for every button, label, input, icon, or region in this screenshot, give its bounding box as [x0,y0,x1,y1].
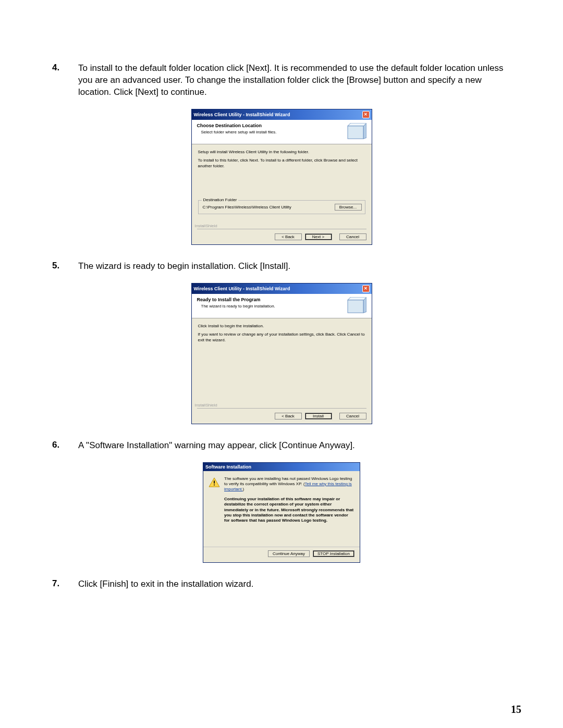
wizard-header: Choose Destination Location Select folde… [192,120,372,144]
back-button[interactable]: < Back [275,413,302,419]
figure-warning-window: Software Installation The software you a… [52,462,511,563]
step-7: 7. Click [Finish] to exit in the install… [52,578,511,590]
step-5: 5. The wizard is ready to begin installa… [52,261,511,273]
figure-destination-window: Wireless Client Utility - InstallShield … [52,109,511,245]
body-line1: Click Install to begin the installation. [198,324,365,329]
warning-body: The software you are installing has not … [203,471,360,531]
warning-footer: Continue Anyway STOP Installation [203,547,360,562]
box-icon [347,123,366,141]
next-button[interactable]: Next > [305,233,332,240]
installshield-ready-window: Wireless Client Utility - InstallShield … [191,283,372,424]
install-button[interactable]: Install [305,413,332,419]
cancel-button[interactable]: Cancel [339,233,366,240]
svg-rect-2 [214,480,215,483]
installshield-brand: InstallShield [194,224,218,228]
body-line1: Setup will install Wireless Client Utili… [198,150,365,155]
svg-rect-0 [348,126,363,139]
svg-rect-1 [348,300,363,313]
wizard-footer: InstallShield < Back Next > Cancel [192,226,372,244]
document-page: 4. To install to the default folder loca… [0,0,563,728]
destination-legend: Destination Folder [202,198,239,202]
titlebar-text: Wireless Client Utility - InstallShield … [194,112,290,117]
continue-anyway-button[interactable]: Continue Anyway [268,550,310,557]
titlebar[interactable]: Wireless Client Utility - InstallShield … [192,283,372,294]
warning-icon [209,477,220,488]
header-subtitle: Select folder where setup will install f… [201,130,277,134]
destination-fieldset: Destination Folder C:\Program Files\Wire… [198,200,365,214]
step-number: 6. [52,440,78,452]
box-icon [347,297,366,315]
software-installation-warning-window: Software Installation The software you a… [203,462,360,563]
step-number: 4. [52,63,78,98]
close-icon[interactable]: ✕ [362,285,370,292]
installshield-destination-window: Wireless Client Utility - InstallShield … [191,109,372,245]
body-line2: If you want to review or change any of y… [198,332,365,343]
page-number: 15 [511,704,521,715]
step-number: 5. [52,261,78,273]
header-subtitle: The wizard is ready to begin installatio… [201,304,275,309]
warning-paragraph-2: Continuing your installation of this sof… [224,497,354,524]
wizard-body: Click Install to begin the installation.… [192,318,372,405]
wizard-body: Setup will install Wireless Client Utili… [192,144,372,226]
wizard-footer: InstallShield < Back Install Cancel [192,405,372,424]
step-text: A "Software Installation" warning may ap… [78,440,355,452]
svg-rect-3 [214,484,215,485]
step-6: 6. A "Software Installation" warning may… [52,440,511,452]
close-icon[interactable]: ✕ [362,111,370,118]
step-text: The wizard is ready to begin installatio… [78,261,290,273]
header-title: Ready to Install the Program [197,297,275,302]
step-4: 4. To install to the default folder loca… [52,63,511,98]
stop-installation-button[interactable]: STOP Installation [313,550,354,557]
header-title: Choose Destination Location [197,123,277,128]
step-text: Click [Finish] to exit in the installati… [78,578,253,590]
titlebar-text: Wireless Client Utility - InstallShield … [194,286,290,291]
destination-path: C:\Program Files\Wireless\Wireless Clien… [203,205,291,209]
warning-paragraph-1: The software you are installing has not … [224,476,354,492]
titlebar-text: Software Installation [205,464,251,470]
step-number: 7. [52,578,78,590]
body-line2: To install to this folder, click Next. T… [198,158,365,169]
cancel-button[interactable]: Cancel [339,413,366,419]
figure-ready-window: Wireless Client Utility - InstallShield … [52,283,511,424]
titlebar[interactable]: Wireless Client Utility - InstallShield … [192,109,372,120]
wizard-header: Ready to Install the Program The wizard … [192,294,372,318]
installshield-brand: InstallShield [194,403,218,408]
back-button[interactable]: < Back [275,233,302,240]
step-text: To install to the default folder locatio… [78,63,511,98]
titlebar[interactable]: Software Installation [203,463,360,471]
browse-button[interactable]: Browse... [335,204,362,211]
